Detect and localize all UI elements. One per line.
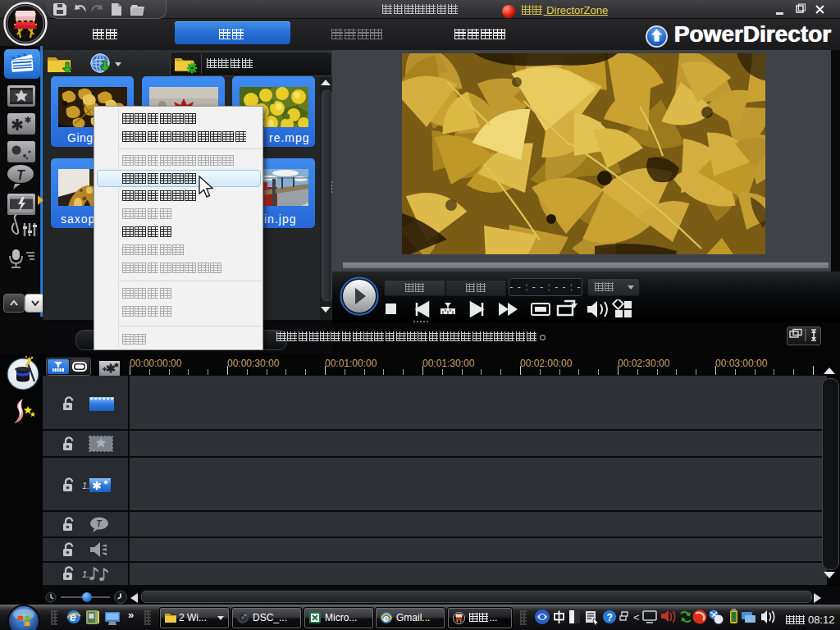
svg-text:?: ? — [607, 612, 613, 623]
svg-text:<: < — [633, 611, 640, 623]
svg-text:1.: 1. — [82, 569, 89, 579]
svg-text:T: T — [97, 519, 103, 528]
svg-text:»: » — [128, 609, 134, 621]
svg-text:e: e — [383, 613, 389, 624]
svg-text:e: e — [70, 610, 76, 623]
svg-text:T: T — [16, 168, 25, 182]
svg-text:1.: 1. — [82, 481, 89, 491]
